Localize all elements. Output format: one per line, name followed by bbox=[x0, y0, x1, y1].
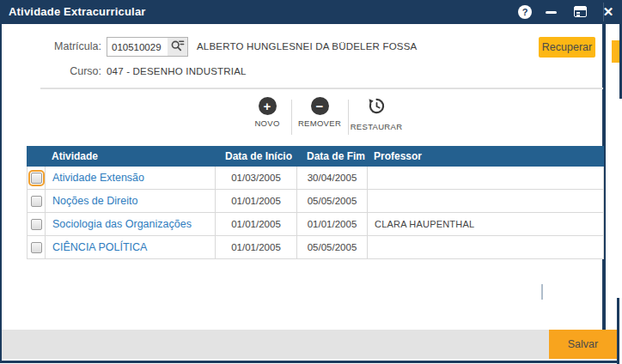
header-atividade: Atividade bbox=[45, 150, 215, 162]
restaurar-button[interactable]: RESTAURAR bbox=[351, 97, 401, 136]
dialog-left-border bbox=[0, 0, 2, 363]
header-data-fim: Data de Fim bbox=[296, 150, 367, 162]
table-header: Atividade Data de Início Data de Fim Pro… bbox=[27, 146, 604, 167]
matricula-label: Matrícula: bbox=[34, 40, 101, 52]
activity-link[interactable]: Noções de Direito bbox=[52, 195, 137, 207]
footer-bar bbox=[2, 330, 617, 359]
table-row[interactable]: CIÊNCIA POLÍTICA 01/01/2005 05/05/2005 bbox=[27, 236, 604, 259]
professor bbox=[368, 236, 603, 258]
header-professor: Professor bbox=[367, 150, 604, 162]
end-date: 05/05/2005 bbox=[297, 236, 368, 258]
section-divider bbox=[40, 88, 603, 89]
professor bbox=[368, 190, 603, 212]
novo-button[interactable]: + NOVO bbox=[247, 97, 288, 136]
curso-label: Curso: bbox=[34, 65, 101, 77]
start-date: 01/03/2005 bbox=[216, 167, 297, 189]
table-row[interactable]: Atividade Extensão 01/03/2005 30/04/2005 bbox=[27, 167, 604, 190]
salvar-button[interactable]: Salvar bbox=[549, 330, 617, 359]
minimize-icon[interactable] bbox=[546, 11, 557, 14]
header-data-inicio: Data de Início bbox=[215, 150, 296, 162]
help-icon[interactable]: ? bbox=[518, 5, 532, 19]
matricula-input[interactable] bbox=[107, 37, 168, 57]
remover-button[interactable]: − REMOVER bbox=[296, 97, 344, 136]
curso-value: 047 - DESENHO INDUSTRIAL bbox=[107, 66, 247, 76]
activities-table: Atividade Data de Início Data de Fim Pro… bbox=[27, 146, 604, 259]
restore-window-icon[interactable] bbox=[574, 6, 587, 17]
start-date: 01/01/2005 bbox=[216, 190, 297, 212]
row-checkbox[interactable] bbox=[31, 242, 42, 253]
minus-circle-icon: − bbox=[311, 97, 329, 115]
background-window-button-sliver bbox=[612, 40, 619, 63]
professor: CLARA HAUPENTHAL bbox=[368, 213, 603, 235]
restaurar-label: RESTAURAR bbox=[351, 122, 403, 131]
toolbar-separator bbox=[348, 100, 349, 135]
activity-link[interactable]: Sociologia das Organizações bbox=[52, 218, 192, 230]
row-checkbox[interactable] bbox=[31, 219, 42, 230]
end-date: 30/04/2005 bbox=[297, 167, 368, 189]
background-window-edge-bottom bbox=[617, 298, 619, 364]
search-lookup-icon bbox=[170, 39, 185, 56]
activity-link[interactable]: CIÊNCIA POLÍTICA bbox=[52, 241, 147, 253]
professor bbox=[368, 167, 603, 189]
text-cursor-artifact bbox=[541, 284, 543, 300]
page-title: Atividade Extracurricular bbox=[9, 0, 146, 24]
row-checkbox[interactable] bbox=[31, 196, 42, 207]
table-row[interactable]: Noções de Direito 01/01/2005 05/05/2005 bbox=[27, 190, 604, 213]
start-date: 01/01/2005 bbox=[216, 236, 297, 258]
plus-circle-icon: + bbox=[259, 97, 277, 115]
end-date: 01/01/2005 bbox=[297, 213, 368, 235]
novo-label: NOVO bbox=[254, 118, 279, 128]
activity-link[interactable]: Atividade Extensão bbox=[52, 172, 144, 184]
matricula-lookup-button[interactable] bbox=[168, 37, 188, 57]
student-name: ALBERTO HUNGLESNEI DA BÜDELER FOSSA bbox=[197, 41, 417, 52]
titlebar-window-edge bbox=[603, 3, 604, 21]
toolbar-separator bbox=[291, 100, 292, 135]
start-date: 01/01/2005 bbox=[216, 213, 297, 235]
table-row[interactable]: Sociologia das Organizações 01/01/2005 0… bbox=[27, 213, 604, 236]
end-date: 05/05/2005 bbox=[297, 190, 368, 212]
dialog-bottom-border bbox=[0, 361, 619, 363]
remover-label: REMOVER bbox=[298, 118, 341, 128]
recuperar-button[interactable]: Recuperar bbox=[539, 37, 595, 58]
history-restore-icon bbox=[368, 97, 386, 118]
row-checkbox[interactable] bbox=[31, 173, 42, 184]
